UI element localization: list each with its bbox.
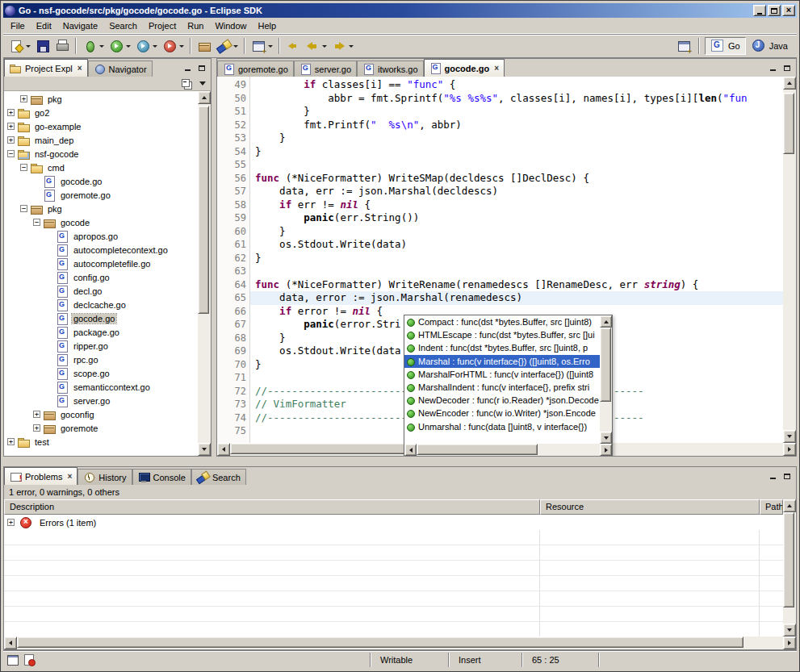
scrollbar-thumb[interactable]: [783, 93, 794, 154]
scrollbar-thumb[interactable]: [17, 637, 743, 648]
scroll-down-button[interactable]: [198, 443, 211, 456]
expand-toggle[interactable]: +: [7, 136, 15, 144]
problems-table-body[interactable]: +Errors (1 item): [4, 515, 783, 637]
tree-item-test[interactable]: +test: [4, 435, 198, 449]
collapse-all-icon[interactable]: [182, 79, 193, 89]
scroll-up-button[interactable]: [600, 315, 612, 328]
fast-view-icon[interactable]: [6, 653, 20, 666]
scroll-down-button[interactable]: [600, 432, 612, 444]
tab-console[interactable]: Console: [132, 469, 191, 485]
line-number-ruler[interactable]: 4950515253545556575859606162636465666768…: [228, 77, 250, 443]
tree-item-autocompletecontext-go[interactable]: autocompletecontext.go: [4, 243, 198, 257]
scroll-right-button[interactable]: [783, 637, 796, 649]
horizontal-sash[interactable]: [3, 457, 797, 466]
debug-dropdown-arrow[interactable]: [99, 45, 104, 48]
scroll-left-button[interactable]: [4, 637, 17, 649]
completion-item-marshal[interactable]: Marshal : func(v interface{}) ([]uint8, …: [404, 355, 600, 368]
expand-toggle[interactable]: +: [7, 109, 15, 116]
scrollbar-track[interactable]: [600, 328, 612, 432]
tree-item-package-go[interactable]: package.go: [4, 325, 198, 339]
open-type-dropdown-arrow[interactable]: [268, 45, 273, 48]
tab-project-expl[interactable]: Project Expl×: [4, 59, 88, 77]
code-line[interactable]: func (*NiceFormatter) WriteRename(rename…: [255, 278, 783, 292]
expand-toggle[interactable]: +: [7, 438, 15, 445]
code-line[interactable]: os.Stdout.Write(data): [255, 238, 783, 252]
code-line[interactable]: }: [255, 145, 783, 159]
column-header-description[interactable]: Description: [4, 499, 540, 515]
tree-item-decl-go[interactable]: decl.go: [4, 284, 198, 298]
scroll-right-button[interactable]: [783, 443, 796, 456]
completion-item-indent[interactable]: Indent : func(dst *bytes.Buffer, src []u…: [404, 341, 600, 354]
tab-gocode-go[interactable]: gocode.go×: [424, 59, 505, 77]
code-line[interactable]: panic(err.String()): [255, 211, 783, 225]
perspective-go-button[interactable]: Go: [705, 37, 746, 55]
completion-item-marshalforhtml[interactable]: MarshalForHTML : func(v interface{}) ([]…: [404, 368, 600, 381]
run-button[interactable]: [107, 36, 133, 56]
code-line[interactable]: [255, 158, 783, 172]
save-button[interactable]: [33, 36, 52, 56]
collapse-toggle[interactable]: −: [20, 164, 27, 171]
tree-item-apropos-go[interactable]: apropos.go: [4, 229, 198, 243]
tree-item-gocode-go[interactable]: gocode.go: [4, 311, 198, 325]
scroll-right-button[interactable]: [600, 444, 612, 456]
debug-button[interactable]: [80, 36, 107, 56]
tree-item-gocode[interactable]: −gocode: [4, 215, 198, 229]
tab-problems[interactable]: Problems×: [4, 467, 77, 485]
forward-button[interactable]: [329, 36, 356, 56]
completion-item-newdecoder[interactable]: NewDecoder : func(r io.Reader) *json.Dec…: [404, 394, 600, 407]
code-line[interactable]: abbr = fmt.Sprintf("%s %s%s", classes[i]…: [255, 92, 783, 106]
completion-item-marshalindent[interactable]: MarshalIndent : func(v interface{}, pref…: [404, 381, 600, 394]
code-line[interactable]: data, error := json.Marshal(renamedescs): [255, 291, 783, 305]
back-button[interactable]: [303, 36, 329, 56]
new-wizard-dropdown-arrow[interactable]: [26, 45, 31, 48]
column-header-resource[interactable]: Resource: [540, 499, 760, 515]
tab-navigator[interactable]: Navigator: [88, 61, 153, 77]
external-tools-dropdown-arrow[interactable]: [179, 45, 184, 48]
scroll-up-button[interactable]: [783, 499, 796, 512]
tree-item-main-dep[interactable]: +main_dep: [4, 133, 198, 147]
scroll-down-button[interactable]: [783, 430, 796, 443]
code-line[interactable]: }: [255, 252, 783, 265]
editor-vertical-scrollbar[interactable]: [783, 77, 796, 443]
completion-item-unmarshal[interactable]: Unmarshal : func(data []uint8, v interfa…: [404, 420, 600, 433]
code-line[interactable]: if classes[i] == "func" {: [255, 78, 783, 92]
tab-close-icon[interactable]: ×: [77, 64, 82, 73]
tree-item-nsf-gocode[interactable]: −nsf-gocode: [4, 147, 198, 161]
scrollbar-track[interactable]: [417, 444, 600, 456]
annotation-ruler[interactable]: [217, 77, 228, 443]
scroll-down-button[interactable]: [783, 624, 796, 637]
tree-item-autocompletefile-go[interactable]: autocompletefile.go: [4, 257, 198, 270]
scrollbar-thumb[interactable]: [600, 328, 611, 402]
search-button[interactable]: [214, 36, 241, 56]
run-dropdown-arrow[interactable]: [126, 45, 131, 48]
problems-horizontal-scrollbar[interactable]: [4, 637, 796, 649]
tree-item-declcache-go[interactable]: declcache.go: [4, 298, 198, 311]
menu-window[interactable]: Window: [209, 19, 252, 33]
tab-search[interactable]: Search: [191, 469, 246, 485]
panel-minimize-button[interactable]: [180, 62, 195, 74]
code-line[interactable]: if err != nil {: [255, 198, 783, 212]
tree-item-config-go[interactable]: config.go: [4, 270, 198, 284]
minimize-button[interactable]: [753, 5, 766, 16]
bottom-minimize-button[interactable]: [765, 470, 780, 482]
scroll-left-button[interactable]: [404, 444, 417, 456]
code-line[interactable]: data, err := json.Marshal(decldescs): [255, 185, 783, 198]
menu-file[interactable]: File: [5, 19, 31, 33]
bottom-maximize-button[interactable]: [780, 470, 794, 482]
tree-item-pkg[interactable]: +pkg: [4, 92, 198, 106]
new-wizard-button[interactable]: [6, 36, 33, 56]
tree-vertical-scrollbar[interactable]: [198, 91, 211, 456]
expand-toggle[interactable]: +: [20, 95, 27, 102]
collapse-toggle[interactable]: −: [20, 205, 27, 212]
problems-vertical-scrollbar[interactable]: [783, 499, 796, 637]
code-line[interactable]: fmt.Printf(" %s\n", abbr): [255, 119, 783, 132]
scrollbar-thumb[interactable]: [198, 106, 209, 314]
tree-item-cmd[interactable]: −cmd: [4, 161, 198, 174]
last-edit-location-button[interactable]: [283, 36, 303, 56]
tree-item-rpc-go[interactable]: rpc.go: [4, 353, 198, 366]
popup-horizontal-scrollbar[interactable]: [404, 444, 612, 456]
code-line[interactable]: func (*NiceFormatter) WriteSMap(decldesc…: [255, 172, 783, 186]
tab-itworks-go[interactable]: itworks.go: [357, 61, 424, 77]
scrollbar-track[interactable]: [17, 637, 783, 649]
tree-item-goremote-go[interactable]: goremote.go: [4, 188, 198, 202]
